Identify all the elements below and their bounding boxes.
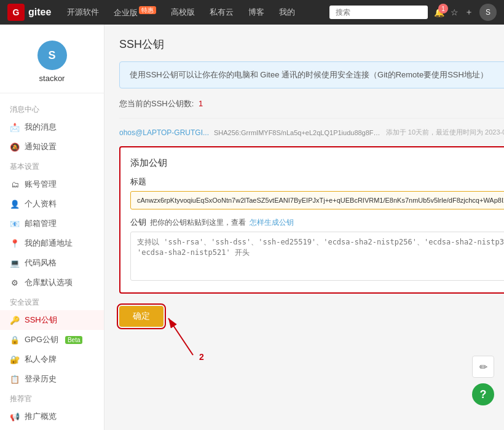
add-key-form: 添加公钥 标题 公钥 把你的公钥粘贴到这里，查看 怎样生成公钥 — [119, 146, 504, 294]
nav-university[interactable]: 高校版 — [165, 4, 201, 20]
pubkey-link[interactable]: 怎样生成公钥 — [250, 217, 294, 228]
sidebar-item-code-style[interactable]: 💻 代码风格 — [0, 253, 104, 273]
add-key-annotation-wrapper: 添加公钥 标题 公钥 把你的公钥粘贴到这里，查看 怎样生成公钥 1 — [119, 146, 504, 294]
sidebar-label-account: 账号管理 — [25, 179, 57, 190]
existing-key-row: ohos@LAPTOP-GRUTGI... SHA256:GrrmIMYF8S/… — [119, 118, 504, 146]
sidebar-item-gpg[interactable]: 🔒 GPG公钥 Beta — [0, 330, 104, 350]
pubkey-textarea[interactable] — [130, 232, 504, 281]
beta-badge: Beta — [65, 336, 83, 344]
profile-icon: 👤 — [10, 200, 20, 209]
key-name: ohos@LAPTOP-GRUTGI... — [119, 128, 209, 137]
nav-links: 开源软件 企业版特惠 高校版 私有云 博客 我的 — [61, 4, 329, 21]
code-icon: 💻 — [10, 259, 20, 268]
sidebar-item-profile[interactable]: 👤 个人资料 — [0, 194, 104, 214]
content-area: SSH公钥 使用SSH公钥可以让你在你的电脑和 Gitee 通讯的时候使用安全连… — [104, 25, 504, 430]
section-title-messages: 消息中心 — [0, 100, 104, 117]
page-title: SSH公钥 — [119, 37, 504, 52]
logo[interactable]: G gitee — [7, 4, 51, 21]
sidebar-item-my-messages[interactable]: 📩 我的消息 — [0, 117, 104, 137]
account-icon: 🗂 — [10, 180, 20, 189]
nav-actions: 🔔 1 ☆ ＋ S — [434, 4, 497, 21]
star-icon[interactable]: ☆ — [451, 7, 459, 17]
sidebar-item-login-history[interactable]: 📋 登录历史 — [0, 369, 104, 389]
sidebar-item-address[interactable]: 📍 我的邮通地址 — [0, 233, 104, 253]
referral-icon: 📢 — [10, 412, 20, 421]
sidebar-label-token: 私人令牌 — [25, 354, 57, 365]
edit-button[interactable]: ✏ — [472, 356, 494, 378]
section-title-basic: 基本设置 — [0, 157, 104, 174]
sidebar-username: stackor — [39, 74, 65, 83]
sidebar-item-clients[interactable]: 👥 关联客户 — [0, 426, 104, 430]
notification-badge: 1 — [438, 4, 448, 14]
sidebar-user: S stackor — [0, 34, 104, 93]
nav-blog[interactable]: 博客 — [242, 4, 270, 20]
key-count: 1 — [199, 99, 203, 108]
sidebar-item-account[interactable]: 🗂 账号管理 — [0, 174, 104, 194]
plus-icon[interactable]: ＋ — [465, 7, 473, 18]
notification-settings-icon: 🔕 — [10, 143, 20, 152]
sidebar: S stackor 消息中心 📩 我的消息 🔕 通知设置 基本设置 🗂 账号管理… — [0, 25, 104, 430]
nav-private-cloud[interactable]: 私有云 — [203, 4, 240, 20]
repo-defaults-icon: ⚙ — [10, 278, 20, 287]
info-banner: 使用SSH公钥可以让你在你的电脑和 Gitee 通讯的时候使用安全连接（Git的… — [119, 61, 504, 88]
sidebar-label-profile: 个人资料 — [25, 198, 57, 209]
nav-enterprise[interactable]: 企业版特惠 — [108, 4, 162, 21]
notification-icon[interactable]: 🔔 1 — [434, 7, 444, 17]
sidebar-label-notification: 通知设置 — [25, 141, 57, 152]
gpg-icon: 🔒 — [10, 335, 20, 345]
help-button[interactable]: ? — [472, 383, 494, 405]
ssh-icon: 🔑 — [10, 316, 20, 325]
top-navigation: G gitee 开源软件 企业版特惠 高校版 私有云 博客 我的 🔔 1 ☆ ＋… — [0, 0, 504, 25]
svg-text:2: 2 — [199, 352, 204, 362]
sidebar-item-repo-defaults[interactable]: ⚙ 仓库默认选项 — [0, 273, 104, 292]
confirm-area: 确定 2 — [119, 306, 504, 376]
sidebar-label-my-messages: 我的消息 — [25, 122, 57, 133]
sidebar-label-ssh: SSH公钥 — [25, 315, 57, 326]
sidebar-label-referral: 推广概览 — [25, 411, 57, 422]
enterprise-badge: 特惠 — [139, 6, 156, 14]
pubkey-label-row: 公钥 把你的公钥粘贴到这里，查看 怎样生成公钥 — [130, 217, 504, 228]
user-avatar-nav[interactable]: S — [479, 4, 497, 21]
sidebar-label-repo-defaults: 仓库默认选项 — [25, 277, 73, 288]
add-key-title: 添加公钥 — [130, 157, 504, 169]
sidebar-label-history: 登录历史 — [25, 373, 57, 385]
current-key-section: 您当前的SSH公钥数: 1 — [119, 98, 504, 109]
sidebar-label-code-style: 代码风格 — [25, 257, 57, 268]
sidebar-label-address: 我的邮通地址 — [25, 238, 73, 249]
logo-text: gitee — [28, 7, 51, 18]
section-title-security: 安全设置 — [0, 292, 104, 310]
section-title-referral: 推荐官 — [0, 389, 104, 407]
avatar: S — [37, 41, 67, 70]
sidebar-item-token[interactable]: 🔐 私人令牌 — [0, 350, 104, 369]
sidebar-item-ssh[interactable]: 🔑 SSH公钥 — [0, 310, 104, 330]
sidebar-item-referral-overview[interactable]: 📢 推广概览 — [0, 407, 104, 426]
title-input[interactable] — [130, 191, 504, 209]
search-input[interactable] — [329, 6, 428, 19]
history-icon: 📋 — [10, 375, 20, 384]
address-icon: 📍 — [10, 239, 20, 248]
email-icon: 📧 — [10, 219, 20, 229]
token-icon: 🔐 — [10, 355, 20, 364]
title-label: 标题 — [130, 176, 504, 187]
sidebar-item-email[interactable]: 📧 邮箱管理 — [0, 214, 104, 233]
main-layout: S stackor 消息中心 📩 我的消息 🔕 通知设置 基本设置 🗂 账号管理… — [0, 25, 504, 430]
logo-icon: G — [7, 4, 25, 21]
key-meta: 添加于 10天前，最近使用时间为 2023-05-01 20:28:52 — [386, 128, 504, 137]
confirm-button[interactable]: 确定 — [119, 306, 163, 327]
key-fingerprint: SHA256:GrrmIMYF8S/nLa5q+eL2qLQ1P1iudu88g… — [214, 129, 381, 136]
sidebar-item-notification-settings[interactable]: 🔕 通知设置 — [0, 137, 104, 157]
sidebar-label-gpg: GPG公钥 — [25, 334, 58, 345]
message-icon: 📩 — [10, 123, 20, 132]
pubkey-label: 公钥 — [130, 217, 146, 228]
nav-opensource[interactable]: 开源软件 — [61, 4, 105, 20]
annotation-arrow-2: 2 — [156, 306, 279, 367]
sidebar-label-email: 邮箱管理 — [25, 218, 57, 229]
svg-line-4 — [168, 318, 193, 355]
nav-mine[interactable]: 我的 — [273, 4, 301, 20]
